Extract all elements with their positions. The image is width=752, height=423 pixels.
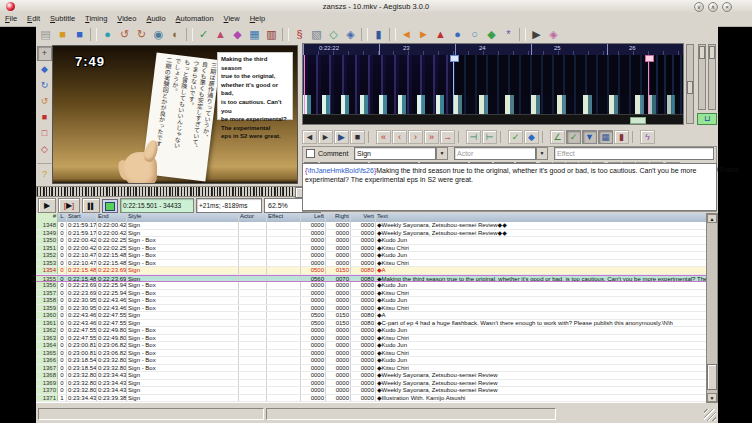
styles-manager-icon[interactable]: ◆	[230, 27, 245, 42]
menu-view[interactable]: View	[219, 13, 245, 24]
table-row[interactable]: 1363 0 0:22:47.55 0:22:49.80 Sign - Box …	[36, 335, 706, 343]
clip-tool[interactable]: □	[37, 126, 52, 141]
table-row[interactable]: 1364 0 0:23:00.81 0:23:06.82 Sign - Box …	[36, 342, 706, 350]
rotate-xy-tool[interactable]: ↺	[37, 94, 52, 109]
table-row[interactable]: 1370 0 0:23:32.80 0:23:34.43 Sign 0000 0…	[36, 387, 706, 395]
play-500ms-first-button[interactable]: ‹	[392, 130, 407, 144]
table-row[interactable]: 1362 0 0:22:47.55 0:22:49.80 Sign - Box …	[36, 327, 706, 335]
col-actor[interactable]: Actor	[239, 213, 267, 222]
resize-grip[interactable]	[704, 409, 716, 421]
play-to-end-button[interactable]: →	[440, 130, 455, 144]
actor-dropdown-arrow[interactable]: ▼	[536, 147, 548, 160]
audio-display[interactable]: 0:22:2223242526	[302, 43, 684, 125]
play-button[interactable]: ▶	[38, 198, 56, 213]
video-help-icon[interactable]: ?	[37, 167, 52, 182]
col-number[interactable]: #	[36, 213, 58, 222]
minimize-button[interactable]: ∨	[694, 2, 704, 12]
video-seek-bar[interactable]	[36, 186, 332, 197]
col-effect[interactable]: Effect	[267, 213, 301, 222]
menu-subtitle[interactable]: Subtitle	[45, 13, 80, 24]
lead-in-button[interactable]: ⊣	[466, 130, 481, 144]
audio-spectrogram[interactable]	[303, 55, 683, 115]
audio-separator[interactable]	[458, 131, 463, 143]
audio-vertical-zoom-slider[interactable]	[698, 44, 706, 110]
go-to-selection-button[interactable]: ◆	[524, 130, 539, 144]
undo-icon[interactable]: ↺	[117, 27, 132, 42]
table-row[interactable]: 1358 0 0:22:30.95 0:22:43.46 Sign - Box …	[36, 297, 706, 305]
audio-commit-button[interactable]: ✓	[508, 130, 523, 144]
scroll-up-arrow[interactable]: ▲	[707, 214, 717, 223]
col-start[interactable]: Start	[67, 213, 97, 222]
col-text[interactable]: Text	[376, 213, 706, 222]
audio-volume-slider[interactable]	[708, 44, 716, 110]
fonts-collector-icon[interactable]: ▥	[264, 27, 279, 42]
visual-typesetting-icon[interactable]: ◈	[546, 27, 561, 42]
standard-mode-tool[interactable]: +	[37, 46, 52, 61]
timing-postprocessor-icon[interactable]: ►	[416, 27, 431, 42]
style-dropdown-arrow[interactable]: ▼	[436, 147, 448, 160]
open-subtitles-icon[interactable]: ■	[55, 27, 70, 42]
audio-separator[interactable]	[632, 131, 637, 143]
options-icon[interactable]: *	[501, 27, 516, 42]
table-row[interactable]: 1369 0 0:23:32.80 0:23:34.43 Sign 0000 0…	[36, 380, 706, 388]
selection-end-marker[interactable]	[648, 55, 649, 115]
table-row[interactable]: 1366 0 0:23:18.54 0:23:32.80 Sign - Box …	[36, 357, 706, 365]
spell-checker-icon[interactable]: ✓	[196, 27, 211, 42]
selection-start-marker[interactable]	[453, 55, 454, 115]
select-lines-icon[interactable]: ●	[450, 27, 465, 42]
menu-video[interactable]: Video	[112, 13, 141, 24]
lead-out-button[interactable]: ⊢	[482, 130, 497, 144]
table-row[interactable]: 1348 0 0:21:59.17 0:22:00.42 Sign 0000 0…	[36, 222, 706, 230]
kanji-timer-icon[interactable]: ▲	[433, 27, 448, 42]
timecodes-clock-icon[interactable]: ○	[467, 27, 482, 42]
tool-separator[interactable]	[37, 158, 52, 164]
audio-separator[interactable]	[542, 131, 547, 143]
maximize-button[interactable]: ∧	[708, 2, 718, 12]
scroll-thumb[interactable]	[707, 364, 717, 390]
toolbar-separator[interactable]	[361, 28, 368, 41]
table-row[interactable]: 1357 0 0:22:23.69 0:22:25.94 Sign - Box …	[36, 290, 706, 298]
col-style[interactable]: Style	[127, 213, 239, 222]
save-subtitles-icon[interactable]: ■	[72, 27, 87, 42]
actor-input[interactable]: Actor	[454, 147, 536, 160]
karaoke-split-button[interactable]: ϟ	[640, 130, 655, 144]
audio-horizontal-scrollbar[interactable]	[303, 114, 683, 124]
menu-automation[interactable]: Automation	[171, 13, 219, 24]
table-row[interactable]: 1361 0 0:22:43.46 0:22:47.55 Sign 0500 0…	[36, 320, 706, 328]
col-vert[interactable]: Vert	[351, 213, 376, 222]
title-bar[interactable]: zanszs - 10.mkv - Aegisub 3.0.0 ∨ ∧ ×	[0, 0, 752, 14]
audio-prev-line-button[interactable]: ◄	[302, 130, 317, 144]
table-row[interactable]: 1367 0 0:23:18.54 0:23:32.80 Sign - Box …	[36, 365, 706, 373]
shift-times-icon[interactable]: ◄	[399, 27, 414, 42]
grid-vertical-scrollbar[interactable]: ▲ ▼	[706, 213, 718, 403]
menu-help[interactable]: Help	[245, 13, 270, 24]
spectrum-options-icon[interactable]: ◆	[484, 27, 499, 42]
toolbar-separator[interactable]	[90, 28, 97, 41]
table-row[interactable]: 1353 0 0:22:10.47 0:22:15.48 Sign - Box …	[36, 260, 706, 268]
col-left[interactable]: Left	[301, 213, 326, 222]
resample-resolution-icon[interactable]: ◈	[343, 27, 358, 42]
table-row[interactable]: 1365 0 0:23:00.81 0:23:06.82 Sign - Box …	[36, 350, 706, 358]
audio-separator[interactable]	[368, 131, 373, 143]
help-manual-icon[interactable]: ▮	[371, 27, 386, 42]
new-subtitles-icon[interactable]: ▤	[38, 27, 53, 42]
menu-file[interactable]: File	[0, 13, 22, 24]
menu-edit[interactable]: Edit	[22, 13, 45, 24]
table-row[interactable]: 1360 0 0:22:43.46 0:22:47.55 Sign 0500 0…	[36, 312, 706, 320]
waveform-mode-toggle[interactable]: ▮	[614, 130, 629, 144]
play-500ms-last-button[interactable]: ›	[408, 130, 423, 144]
drag-tool[interactable]: ◆	[37, 62, 52, 77]
audio-scroll-thumb[interactable]	[630, 117, 646, 124]
col-right[interactable]: Right	[326, 213, 351, 222]
toolbar-separator[interactable]	[389, 28, 396, 41]
audio-next-line-button[interactable]: ►	[318, 130, 333, 144]
scroll-down-arrow[interactable]: ▼	[707, 393, 717, 402]
play-500ms-before-button[interactable]: «	[376, 130, 391, 144]
table-row[interactable]: 1371 1 0:23:34.43 0:23:39.38 Sign 0000 0…	[36, 395, 706, 403]
table-row[interactable]: 1354 0 0:22:15.48 0:22:23.69 Sign 0500 0…	[36, 267, 706, 275]
jump-to-icon[interactable]: ●	[100, 27, 115, 42]
audio-horizontal-zoom-slider[interactable]	[686, 44, 694, 124]
menu-timing[interactable]: Timing	[80, 13, 112, 24]
video-time-display[interactable]: 0:22:15.501 - 34433	[120, 198, 194, 213]
vector-clip-tool[interactable]: ◇	[37, 142, 52, 157]
